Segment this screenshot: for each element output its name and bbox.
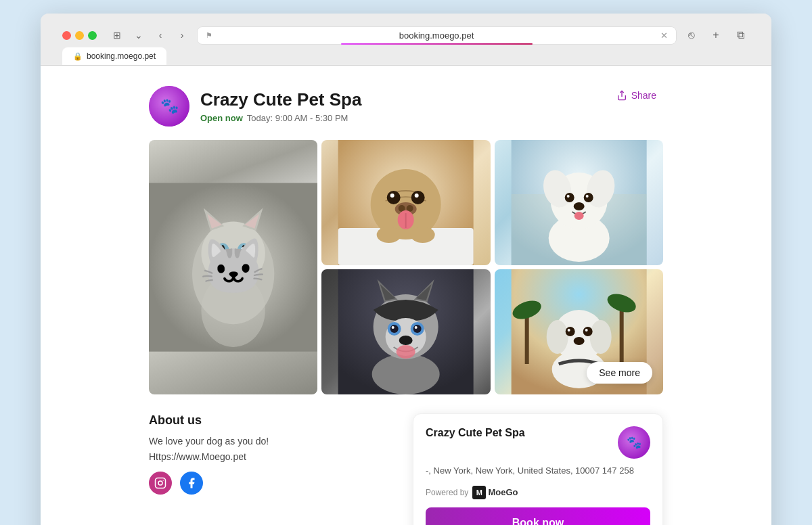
browser-chevron-down-icon[interactable]: ⌄ <box>129 26 148 45</box>
about-description: We love your dog as you do! <box>149 434 399 449</box>
close-window-button[interactable] <box>62 31 71 40</box>
svg-point-42 <box>566 195 569 198</box>
about-website: Https://www.Moego.pet <box>149 451 399 462</box>
open-status: Open now <box>200 113 243 123</box>
tab-favicon: 🔒 <box>73 52 83 61</box>
svg-point-19 <box>201 274 265 347</box>
svg-point-13 <box>242 247 244 250</box>
share-label: Share <box>631 90 656 101</box>
svg-point-24 <box>411 191 425 204</box>
svg-point-73 <box>567 329 570 332</box>
svg-point-57 <box>413 325 422 333</box>
minimize-window-button[interactable] <box>75 31 84 40</box>
active-tab[interactable]: 🔒 booking.moego.pet <box>62 47 166 65</box>
forward-button[interactable]: › <box>173 26 191 45</box>
svg-line-15 <box>212 260 229 261</box>
pug-svg <box>321 140 490 265</box>
svg-point-71 <box>565 327 574 336</box>
powered-by: Powered by M MoeGo <box>426 486 650 499</box>
tabs-overview-button[interactable]: ⧉ <box>731 26 750 45</box>
svg-point-12 <box>221 247 223 250</box>
svg-line-17 <box>238 260 254 261</box>
svg-line-16 <box>212 262 229 264</box>
svg-point-8 <box>217 243 229 258</box>
about-section: About us We love your dog as you do! Htt… <box>149 413 399 495</box>
svg-point-56 <box>390 325 399 333</box>
spa-status: Open now Today: 9:00 AM - 5:30 PM <box>200 113 361 123</box>
svg-point-32 <box>377 227 401 243</box>
social-icons <box>149 472 399 495</box>
svg-point-10 <box>221 245 225 258</box>
page-container: 🐾 Crazy Cute Pet Spa Open now Today: 9:0… <box>135 66 677 525</box>
svg-point-69 <box>546 320 568 354</box>
svg-point-44 <box>573 202 584 210</box>
maximize-window-button[interactable] <box>88 31 97 40</box>
svg-point-40 <box>564 193 574 202</box>
svg-point-25 <box>390 193 394 198</box>
share-toolbar-button[interactable]: ⎋ <box>682 26 701 45</box>
gallery-main-photo[interactable] <box>149 140 317 394</box>
share-button[interactable]: Share <box>610 86 663 105</box>
traffic-lights <box>62 31 97 40</box>
gallery-pug-photo[interactable] <box>321 140 490 265</box>
svg-rect-64 <box>619 303 623 364</box>
svg-point-11 <box>242 245 246 258</box>
svg-point-77 <box>158 481 162 485</box>
browser-content: 🐾 Crazy Cute Pet Spa Open now Today: 9:0… <box>41 66 771 525</box>
lock-icon: ⚑ <box>206 31 212 40</box>
moego-brand: MoeGo <box>488 487 518 497</box>
svg-marker-14 <box>231 259 235 262</box>
svg-point-41 <box>583 193 593 202</box>
business-card-name: Crazy Cute Pet Spa <box>426 426 525 440</box>
powered-by-text: Powered by <box>426 488 468 497</box>
business-card-logo: 🐾 <box>618 426 650 459</box>
address-bar[interactable]: ⚑ booking.moego.pet ✕ <box>197 26 677 45</box>
gallery-white-dog-photo[interactable] <box>495 140 663 265</box>
svg-point-26 <box>415 193 419 198</box>
back-button[interactable]: ‹ <box>151 26 170 45</box>
url-text: booking.moego.pet <box>217 30 656 41</box>
logo-inner: 🐾 <box>149 86 189 127</box>
business-hours: Today: 9:00 AM - 5:30 PM <box>247 113 348 123</box>
share-icon <box>616 90 627 101</box>
browser-window: ⊞ ⌄ ‹ › ⚑ booking.moego.pet ✕ ⎋ + ⧉ 🔒 <box>41 14 771 525</box>
facebook-icon[interactable] <box>180 472 203 495</box>
browser-tabs: 🔒 booking.moego.pet <box>51 45 761 65</box>
svg-point-43 <box>585 195 588 198</box>
instagram-icon[interactable] <box>149 472 172 495</box>
business-card: Crazy Cute Pet Spa 🐾 -, New York, New Yo… <box>413 413 663 525</box>
svg-point-3 <box>201 222 265 286</box>
svg-rect-76 <box>156 478 166 488</box>
sidebar-toggle-button[interactable]: ⊞ <box>108 26 127 45</box>
svg-point-74 <box>585 329 587 332</box>
svg-point-75 <box>573 337 584 345</box>
spa-header: 🐾 Crazy Cute Pet Spa Open now Today: 9:0… <box>149 86 663 127</box>
business-card-address: -, New York, New York, United States, 10… <box>426 464 650 478</box>
new-tab-button[interactable]: + <box>706 26 725 45</box>
see-more-label: See more <box>599 367 640 378</box>
browser-nav-controls: ⊞ ⌄ ‹ › <box>108 26 191 45</box>
spa-name-block: Crazy Cute Pet Spa Open now Today: 9:00 … <box>200 89 361 123</box>
svg-point-70 <box>589 320 611 354</box>
book-now-button[interactable]: Book now <box>426 507 650 526</box>
svg-point-9 <box>238 243 250 258</box>
browser-toolbar-right: ⎋ + ⧉ <box>682 26 750 45</box>
spa-info: 🐾 Crazy Cute Pet Spa Open now Today: 9:0… <box>149 86 361 127</box>
svg-point-78 <box>162 480 164 481</box>
book-now-label: Book now <box>512 517 564 526</box>
white-dog-svg <box>495 140 663 265</box>
cat-svg <box>149 140 317 394</box>
moego-logo: M MoeGo <box>472 486 518 499</box>
tab-title: booking.moego.pet <box>87 51 156 61</box>
svg-point-45 <box>574 212 583 220</box>
see-more-button[interactable]: See more <box>587 362 652 384</box>
gallery-husky-photo[interactable] <box>321 269 490 394</box>
svg-point-47 <box>372 354 440 394</box>
clear-url-button[interactable]: ✕ <box>660 30 668 41</box>
svg-point-58 <box>392 326 394 329</box>
svg-point-72 <box>583 327 592 336</box>
gallery-small-dog-photo[interactable]: See more <box>495 269 663 394</box>
spa-name: Crazy Cute Pet Spa <box>200 89 361 110</box>
about-title: About us <box>149 413 399 428</box>
spa-logo: 🐾 <box>149 86 189 127</box>
